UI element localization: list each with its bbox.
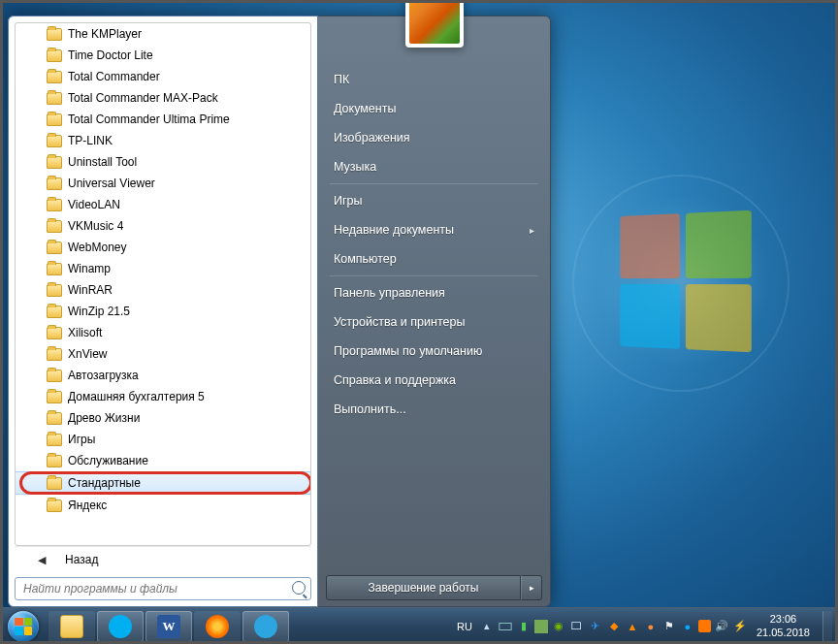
taskbar: W RU ▴ ▮ ◉ ✈ ◆ ▲ ● ⚑ ● 🔊 ⚡ 23:06 21.05.2… <box>0 607 838 644</box>
taskbar-app-word[interactable]: W <box>145 611 192 642</box>
folder-icon <box>47 499 62 512</box>
program-folder-label: VKMusic 4 <box>68 219 123 233</box>
back-button[interactable]: Назад <box>15 546 311 571</box>
right-item-music[interactable]: Музыка <box>320 152 548 181</box>
tray-skype-icon[interactable]: ● <box>680 619 695 634</box>
taskbar-pinned-apps: W <box>48 611 289 642</box>
start-button[interactable] <box>4 608 43 645</box>
program-folder-item[interactable]: Автозагрузка <box>16 365 310 386</box>
tray-app3-icon[interactable] <box>698 620 711 632</box>
shutdown-options-arrow[interactable]: ▸ <box>521 575 542 600</box>
right-item-defaults[interactable]: Программы по умолчанию <box>320 337 548 366</box>
right-item-pictures[interactable]: Изображения <box>320 123 548 152</box>
user-picture-frame[interactable] <box>405 0 464 48</box>
program-folder-item[interactable]: WinZip 21.5 <box>16 301 310 322</box>
taskbar-app-skype[interactable] <box>97 611 144 642</box>
tray-telegram-icon[interactable]: ✈ <box>588 619 603 634</box>
right-item-devices[interactable]: Устройства и принтеры <box>320 307 548 337</box>
language-indicator[interactable]: RU <box>453 621 476 632</box>
show-desktop-button[interactable] <box>822 611 832 642</box>
program-folder-item[interactable]: Total Commander <box>16 66 310 87</box>
shutdown-group: Завершение работы ▸ <box>326 575 542 600</box>
right-item-user[interactable]: ПК <box>320 65 548 94</box>
right-item-games[interactable]: Игры <box>320 186 548 215</box>
right-item-documents[interactable]: Документы <box>320 94 548 123</box>
program-folder-item[interactable]: Яндекс <box>16 495 310 516</box>
svg-rect-1 <box>572 622 581 628</box>
folder-icon <box>47 220 62 233</box>
folder-icon <box>47 391 62 403</box>
shutdown-button[interactable]: Завершение работы <box>326 575 521 600</box>
program-folder-label: Древо Жизни <box>68 411 140 425</box>
folder-icon <box>47 348 62 361</box>
tray-keyboard-icon[interactable] <box>498 619 513 634</box>
program-folder-label: The KMPlayer <box>68 27 142 41</box>
telegram-icon <box>254 615 277 638</box>
tray-app2-icon[interactable]: ● <box>643 619 659 634</box>
program-folder-item[interactable]: Древо Жизни <box>16 407 310 429</box>
program-folder-item[interactable]: Домашняя бухгалтерия 5 <box>16 386 310 407</box>
program-folder-item[interactable]: Total Commander Ultima Prime <box>16 109 310 130</box>
tray-nvidia-icon[interactable]: ◉ <box>551 619 566 634</box>
program-folder-item[interactable]: Xilisoft <box>16 322 310 343</box>
clock-time: 23:06 <box>757 613 810 626</box>
folder-icon <box>47 434 62 446</box>
folder-icon <box>47 263 62 275</box>
program-folder-item[interactable]: Стандартные <box>16 471 310 495</box>
folder-icon <box>47 370 62 382</box>
folder-icon <box>47 113 62 126</box>
tray-flag-icon[interactable]: ⚑ <box>661 619 677 634</box>
program-folder-item[interactable]: Universal Viewer <box>16 173 310 194</box>
tray-media-icon[interactable] <box>534 620 548 633</box>
folder-icon <box>47 28 62 41</box>
right-item-run[interactable]: Выполнить... <box>320 395 548 424</box>
right-item-help[interactable]: Справка и поддержка <box>320 366 548 395</box>
program-folder-item[interactable]: WebMoney <box>16 237 310 258</box>
tray-equalizer-icon[interactable]: ▮ <box>516 619 532 634</box>
program-folder-item[interactable]: XnView <box>16 343 310 365</box>
program-folder-item[interactable]: Winamp <box>16 258 310 279</box>
start-menu-right-pane: ПК Документы Изображения Музыка Игры Нед… <box>318 16 551 607</box>
program-folder-item[interactable]: Игры <box>16 429 310 450</box>
program-folder-label: Игры <box>68 433 95 446</box>
program-folder-label: WebMoney <box>68 241 126 254</box>
program-folder-label: TP-LINK <box>68 134 113 147</box>
program-folder-item[interactable]: Uninstall Tool <box>16 151 310 173</box>
tray-app1-icon[interactable]: ▲ <box>625 619 640 634</box>
program-folder-item[interactable]: WinRAR <box>16 279 310 301</box>
taskbar-app-explorer[interactable] <box>48 611 95 642</box>
taskbar-clock[interactable]: 23:06 21.05.2018 <box>751 613 816 638</box>
program-folder-label: Winamp <box>68 262 111 275</box>
back-label: Назад <box>65 553 98 566</box>
program-folder-item[interactable]: Обслуживание <box>16 450 310 471</box>
tray-speaker-icon[interactable]: 🔊 <box>714 619 729 634</box>
svg-rect-0 <box>500 623 511 629</box>
clock-date: 21.05.2018 <box>757 627 810 639</box>
program-folder-label: Обслуживание <box>68 454 148 467</box>
all-programs-list[interactable]: The KMPlayerTime Doctor LiteTotal Comman… <box>15 22 311 546</box>
tray-show-hidden-icon[interactable]: ▴ <box>479 619 495 634</box>
taskbar-app-telegram[interactable] <box>242 611 289 642</box>
folder-icon <box>47 49 62 62</box>
program-folder-item[interactable]: VideoLAN <box>16 194 310 215</box>
search-input[interactable] <box>15 577 311 600</box>
separator <box>330 183 538 184</box>
folder-icon <box>47 327 62 339</box>
program-folder-item[interactable]: Time Doctor Lite <box>16 45 310 66</box>
program-folder-label: Домашняя бухгалтерия 5 <box>68 390 205 403</box>
taskbar-app-firefox[interactable] <box>194 611 241 642</box>
program-folder-item[interactable]: VKMusic 4 <box>16 215 310 237</box>
right-item-computer[interactable]: Компьютер <box>320 244 548 274</box>
right-item-control-panel[interactable]: Панель управления <box>320 278 548 307</box>
tray-action-icon[interactable]: ◆ <box>606 619 622 634</box>
tray-power-icon[interactable]: ⚡ <box>732 619 748 634</box>
program-folder-item[interactable]: Total Commander MAX-Pack <box>16 87 310 109</box>
folder-icon <box>47 412 62 425</box>
program-folder-item[interactable]: TP-LINK <box>16 130 310 151</box>
tray-network-icon[interactable] <box>569 619 585 634</box>
windows-logo-wallpaper <box>620 210 752 353</box>
program-folder-item[interactable]: The KMPlayer <box>16 23 310 45</box>
right-item-recent[interactable]: Недавние документы <box>320 215 548 244</box>
program-folder-label: Total Commander <box>68 70 160 83</box>
folder-icon <box>47 156 62 169</box>
